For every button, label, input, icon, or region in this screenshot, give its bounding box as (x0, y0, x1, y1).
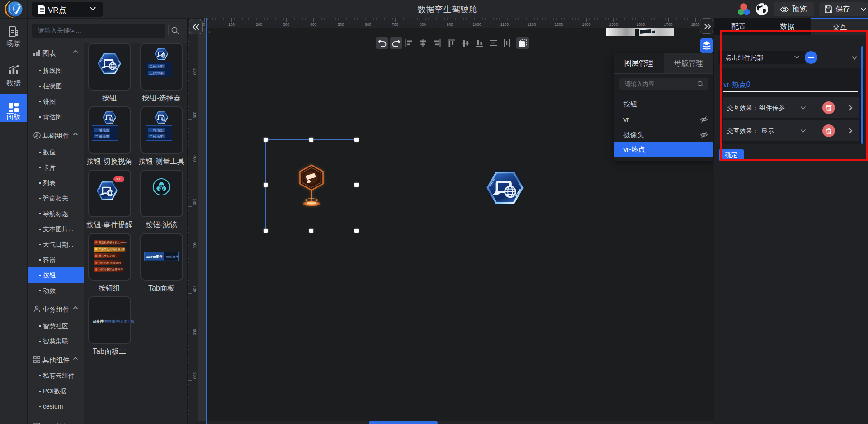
svg-text:二胎文化火锅店爆分析: 二胎文化火锅店爆分析 (99, 248, 126, 251)
svg-text:万宜机械设备类生activity: 万宜机械设备类生activity (99, 241, 127, 244)
svg-text:社区活动 养老课程: 社区活动 养老课程 (99, 261, 121, 265)
svg-text:网络事件: 网络事件 (166, 255, 179, 259)
svg-text:重庆文化公园: 重庆文化公园 (98, 254, 115, 258)
svg-text:12345事件: 12345事件 (146, 255, 163, 259)
svg-text:小区业翻区出事停产: 小区业翻区出事停产 (99, 268, 123, 272)
